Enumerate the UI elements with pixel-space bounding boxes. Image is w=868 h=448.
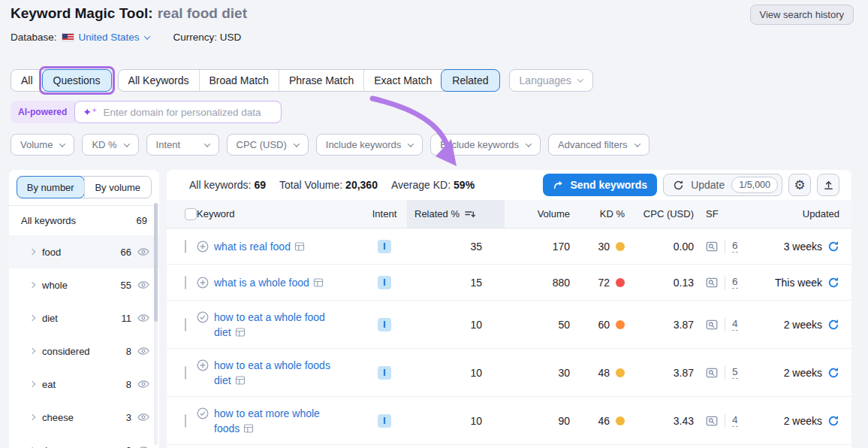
refresh-icon[interactable] [827, 277, 839, 289]
col-kd[interactable]: KD % [576, 200, 628, 228]
languages-dropdown[interactable]: Languages [509, 69, 593, 92]
sheet-icon[interactable] [294, 241, 305, 252]
toggle-by-number[interactable]: By number [17, 176, 85, 198]
col-keyword[interactable]: Keyword [197, 200, 362, 228]
keyword-link[interactable]: what is a whole food [214, 275, 324, 290]
sf-count[interactable]: 4 [732, 318, 738, 331]
tab-questions[interactable]: Questions [42, 69, 112, 92]
update-button[interactable]: Update 1/5,000 [663, 174, 782, 196]
domain-input[interactable] [103, 107, 273, 118]
plus-circle-icon[interactable] [197, 241, 209, 253]
sheet-icon[interactable] [313, 277, 324, 288]
tab-related[interactable]: Related [441, 69, 499, 92]
cpc-value: 3.87 [628, 319, 700, 331]
col-volume[interactable]: Volume [505, 200, 576, 228]
plus-circle-icon[interactable] [197, 359, 209, 371]
intent-badge-informational[interactable]: I [378, 318, 391, 331]
col-updated[interactable]: Updated [756, 200, 851, 228]
keyword-group-diet[interactable]: diet 11 [9, 301, 159, 334]
sheet-icon[interactable] [235, 375, 246, 386]
filter-intent[interactable]: Intent [146, 134, 219, 156]
keyword-group-food[interactable]: food 66 [9, 235, 159, 268]
row-checkbox[interactable] [185, 276, 186, 289]
intent-badge-informational[interactable]: I [378, 366, 391, 380]
eye-icon[interactable] [137, 281, 149, 289]
check-circle-icon[interactable] [197, 407, 209, 419]
serp-features-icon[interactable] [706, 277, 718, 289]
filter-advanced[interactable]: Advanced filters [548, 134, 649, 156]
keyword-group-whole[interactable]: whole 55 [9, 268, 159, 301]
chevron-right-icon[interactable] [29, 414, 35, 420]
keyword-group-cheese[interactable]: cheese 3 [9, 401, 159, 434]
col-intent[interactable]: Intent [362, 200, 407, 228]
refresh-icon[interactable] [827, 367, 839, 379]
col-cpc[interactable]: CPC (USD) [628, 200, 700, 228]
serp-features-icon[interactable] [706, 241, 718, 253]
export-button[interactable] [817, 174, 839, 196]
tab-broad-match[interactable]: Broad Match [199, 70, 279, 91]
tab-exact-match[interactable]: Exact Match [363, 70, 442, 91]
view-search-history-button[interactable]: View search history [750, 5, 854, 25]
chevron-right-icon[interactable] [29, 381, 35, 387]
plus-circle-icon[interactable] [197, 277, 209, 289]
tab-all-keywords[interactable]: All Keywords [119, 70, 199, 91]
check-circle-icon[interactable] [197, 311, 209, 323]
refresh-icon[interactable] [827, 319, 839, 331]
keyword-link[interactable]: how to eat a whole food diet [214, 310, 334, 340]
eye-icon[interactable] [137, 248, 149, 256]
sheet-icon[interactable] [243, 423, 254, 434]
stat-all-keywords-label: All keywords: [189, 179, 251, 191]
serp-features-icon[interactable] [706, 367, 718, 379]
keyword-link[interactable]: how to eat a whole foods diet [214, 358, 338, 388]
filter-label: CPC (USD) [237, 139, 287, 150]
eye-icon[interactable] [137, 347, 149, 355]
sf-count[interactable]: 5 [732, 366, 738, 379]
keyword-link[interactable]: how to eat more whole foods [214, 406, 327, 436]
group-count: 8 [126, 379, 131, 390]
send-keywords-button[interactable]: Send keywords [543, 174, 657, 196]
refresh-icon[interactable] [827, 415, 839, 427]
col-related[interactable]: Related % [407, 200, 505, 228]
database-select[interactable]: United States [79, 32, 149, 43]
tab-all[interactable]: All [11, 70, 43, 91]
keyword-group-eat[interactable]: eat 8 [9, 368, 159, 401]
filter-exclude-keywords[interactable]: Exclude keywords [430, 134, 541, 156]
intent-badge-informational[interactable]: I [378, 240, 391, 253]
chevron-right-icon[interactable] [29, 249, 35, 255]
filter-kd[interactable]: KD % [82, 134, 138, 156]
keyword-link[interactable]: what is real food [214, 239, 305, 254]
sheet-icon[interactable] [235, 327, 246, 338]
chevron-right-icon[interactable] [29, 282, 35, 288]
keyword-group-rice[interactable]: rice 3 [9, 434, 159, 448]
col-sf[interactable]: SF [700, 200, 756, 228]
intent-badge-informational[interactable]: I [378, 276, 391, 289]
filter-volume[interactable]: Volume [11, 134, 74, 156]
filter-cpc[interactable]: CPC (USD) [227, 134, 309, 156]
group-label: diet [42, 313, 58, 324]
filter-include-keywords[interactable]: Include keywords [316, 134, 423, 156]
row-checkbox[interactable] [185, 366, 186, 380]
serp-features-icon[interactable] [706, 415, 718, 427]
settings-button[interactable]: ⚙ [788, 174, 811, 196]
row-checkbox[interactable] [185, 414, 186, 428]
select-all-checkbox[interactable] [185, 208, 197, 220]
toggle-by-volume[interactable]: By volume [84, 177, 152, 198]
sf-count[interactable]: 6 [732, 276, 738, 289]
database-row: Database: United States Currency: USD [11, 32, 241, 43]
sf-count[interactable]: 4 [732, 414, 738, 427]
chevron-right-icon[interactable] [29, 348, 35, 354]
sidebar-item-all-keywords[interactable]: All keywords 69 [9, 206, 159, 235]
sidebar-scrollbar[interactable] [154, 203, 158, 445]
eye-icon[interactable] [137, 314, 149, 322]
eye-icon[interactable] [137, 413, 149, 421]
intent-badge-informational[interactable]: I [378, 414, 391, 428]
eye-icon[interactable] [137, 380, 149, 388]
keyword-group-considered[interactable]: considered 8 [9, 334, 159, 368]
tab-phrase-match[interactable]: Phrase Match [279, 70, 363, 91]
chevron-right-icon[interactable] [29, 315, 35, 321]
row-checkbox[interactable] [185, 240, 186, 253]
refresh-icon[interactable] [827, 241, 839, 253]
row-checkbox[interactable] [185, 318, 186, 331]
serp-features-icon[interactable] [706, 319, 718, 331]
sf-count[interactable]: 6 [732, 240, 738, 253]
